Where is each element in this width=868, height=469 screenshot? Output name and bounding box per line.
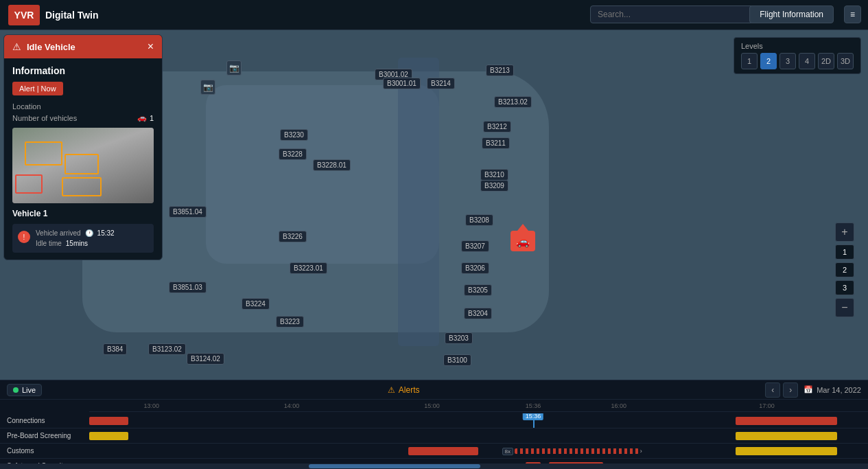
customs-row: Customs 8x ›	[0, 444, 868, 459]
warning-icon-timeline: ⚠	[388, 385, 395, 395]
scroll-thumb[interactable]	[309, 464, 480, 468]
levels-label: Levels	[741, 42, 854, 50]
preboard-track	[89, 428, 868, 443]
panel-close-button[interactable]: ×	[148, 41, 154, 53]
map-label-b322301: B3223.01	[290, 262, 327, 274]
timeline-rows: Connections 15:36 Pre-Board Screening Cu…	[0, 412, 868, 469]
vehicle-map-marker[interactable]: 🚗	[511, 224, 535, 251]
map-label-b312402: B3124.02	[187, 353, 224, 365]
map-label-b321302: B3213.02	[494, 96, 532, 108]
preboard-row: Pre-Board Screening	[0, 428, 868, 444]
idle-vehicle-panel: ⚠ Idle Vehicle × Information Alert | Now…	[3, 34, 163, 260]
level-2-button[interactable]: 2	[760, 53, 777, 69]
zoom-out-button[interactable]: −	[835, 298, 854, 317]
connections-row: Connections 15:36	[0, 413, 868, 428]
level-4-button[interactable]: 4	[799, 53, 815, 69]
live-dot-bottom	[13, 387, 19, 393]
logo-icon: YVR	[8, 5, 40, 25]
level-2d-button[interactable]: 2D	[818, 53, 834, 69]
map-label-b3212: B3212	[483, 121, 511, 133]
level-3-button[interactable]: 3	[779, 53, 796, 69]
map-label-b3205: B3205	[464, 284, 492, 296]
vehicle-info-row: ! Vehicle arrived 🕐 15:32 Idle time 15mi…	[12, 224, 154, 253]
map-label-b384: B384	[103, 343, 127, 355]
map-label-b3206: B3206	[461, 262, 489, 274]
time-mark-1400: 14:00	[284, 402, 300, 409]
panel-title: Idle Vehicle	[27, 42, 75, 52]
date-display: 📅 Mar 14, 2022	[804, 385, 861, 394]
panel-body: Information Alert | Now Location Number …	[4, 58, 162, 260]
map-label-b3207: B3207	[461, 240, 489, 252]
alerts-label: ⚠ Alerts	[388, 385, 420, 395]
zoom-level-1[interactable]: 1	[835, 244, 854, 260]
zoom-level-2[interactable]: 2	[835, 262, 854, 277]
arrived-info: Vehicle arrived 🕐 15:32	[36, 229, 115, 237]
conn-block-2	[736, 417, 837, 425]
alert-now-button[interactable]: Alert | Now	[12, 82, 63, 95]
map-label-b3204: B3204	[464, 308, 492, 319]
customs-track: 8x ›	[89, 444, 868, 458]
map-label-b3224: B3224	[242, 298, 270, 310]
timeline-area: Live ⚠ Alerts ‹ › 📅 Mar 14, 2022 13:00 1…	[0, 380, 868, 469]
vehicle-icon: 🚗	[137, 113, 147, 122]
map-label-b3208: B3208	[465, 214, 493, 226]
levels-buttons: 1 2 3 4 2D 3D	[741, 53, 854, 69]
map-label-b3213: B3213	[486, 65, 514, 76]
current-time-badge: 15:36	[523, 413, 544, 420]
map-label-b3214: B3214	[427, 78, 455, 89]
map-label-b3210: B3210	[480, 169, 508, 181]
preboard-block-1	[89, 432, 128, 440]
camera-icon-1[interactable]: 📷	[226, 60, 242, 76]
location-label: Location	[12, 102, 154, 111]
timeline-next-button[interactable]: ›	[783, 382, 798, 398]
search-input[interactable]	[590, 5, 755, 23]
speed-badge: 8x	[502, 448, 513, 455]
map-label-b3203: B3203	[445, 332, 473, 344]
map-label-b385104: B3851.04	[169, 206, 207, 218]
time-axis: 13:00 14:00 15:00 15:36 16:00 17:00	[89, 400, 868, 412]
conn-block-1	[89, 417, 128, 425]
zoom-level-3[interactable]: 3	[835, 280, 854, 295]
camera-image	[12, 128, 154, 203]
camera-icon-2[interactable]: 📷	[200, 80, 215, 95]
menu-button[interactable]: ≡	[844, 5, 861, 23]
level-3d-button[interactable]: 3D	[837, 53, 854, 69]
map-label-b3211: B3211	[482, 137, 510, 149]
customs-block-1	[408, 447, 478, 455]
time-mark-current: 15:36	[526, 402, 541, 409]
customs-label: Customs	[0, 447, 89, 455]
vehicle-bbox-2	[64, 154, 99, 174]
map-label-b385103: B3851.03	[169, 282, 207, 293]
timeline-prev-button[interactable]: ‹	[765, 382, 780, 398]
vehicle-bbox-alert	[15, 174, 43, 194]
current-time-indicator: 15:36	[533, 413, 535, 428]
clock-icon: 🕐	[85, 229, 93, 237]
app-title: Digital Twin	[45, 10, 99, 21]
map-label-b300101: B3001.01	[383, 78, 421, 89]
flight-info-button[interactable]: Flight Information	[749, 5, 834, 23]
time-mark-1700: 17:00	[759, 402, 775, 409]
zoom-in-button[interactable]: +	[835, 222, 854, 242]
map-label-b3228: B3228	[279, 148, 307, 160]
map-label-b3230: B3230	[280, 129, 308, 141]
zoom-controls: + 1 2 3 −	[835, 222, 854, 317]
time-mark-1500: 15:00	[424, 402, 440, 409]
live-badge-bottom: Live	[7, 384, 42, 396]
vehicle-bbox-1	[25, 141, 62, 165]
preboard-block-2	[736, 432, 837, 440]
camera-feed	[12, 128, 154, 203]
warning-icon: ⚠	[12, 41, 21, 52]
timeline-scrollbar[interactable]	[0, 464, 868, 469]
timeline-header: Live ⚠ Alerts ‹ › 📅 Mar 14, 2022	[0, 380, 868, 400]
level-1-button[interactable]: 1	[741, 53, 758, 69]
alert-circle-icon: !	[18, 231, 30, 243]
map-label-b3223: B3223	[276, 316, 304, 328]
app-header: YVR Digital Twin Flight Information ≡	[0, 0, 868, 30]
calendar-icon: 📅	[804, 385, 813, 394]
connections-track: 15:36	[89, 413, 868, 428]
time-mark-1300: 13:00	[144, 402, 160, 409]
num-vehicles-value: 🚗 1	[137, 113, 154, 122]
vehicle-bbox-3	[62, 177, 102, 196]
vehicle-details: Vehicle arrived 🕐 15:32 Idle time 15mins	[36, 229, 115, 247]
info-heading: Information	[12, 65, 154, 76]
